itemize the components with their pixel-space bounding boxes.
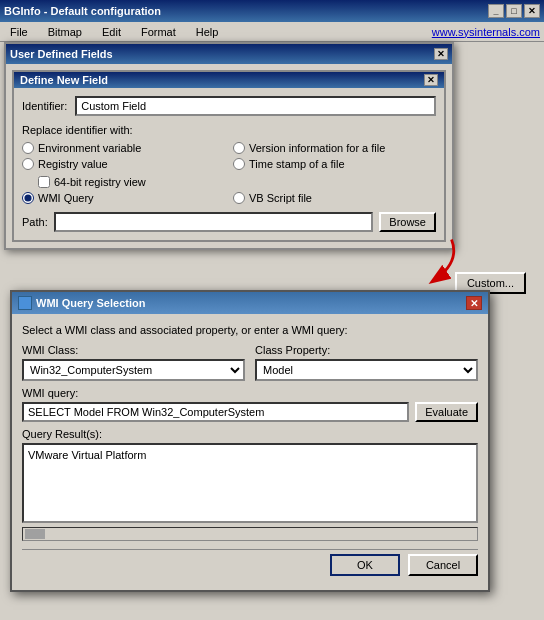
radio-options-grid: Environment variable Version information… [22, 142, 436, 170]
replace-label: Replace identifier with: [22, 124, 436, 136]
radio-reg-input[interactable] [22, 158, 34, 170]
radio-wmi-vbs-grid: WMI Query VB Script file [22, 192, 436, 204]
define-panel-content: Identifier: Replace identifier with: Env… [14, 88, 444, 240]
wmi-dialog-buttons: OK Cancel [22, 549, 478, 580]
main-title-bar: BGInfo - Default configuration _ □ ✕ [0, 0, 544, 22]
radio-env-input[interactable] [22, 142, 34, 154]
radio-time-input[interactable] [233, 158, 245, 170]
udf-dialog-title: User Defined Fields [10, 48, 113, 60]
udf-dialog: User Defined Fields ✕ Define New Field ✕… [4, 42, 454, 250]
radio-time-label: Time stamp of a file [249, 158, 345, 170]
wmi-horizontal-scrollbar[interactable] [22, 527, 478, 541]
hscrollbar-thumb [25, 529, 45, 539]
udf-close-button[interactable]: ✕ [434, 48, 448, 60]
radio-vbs-label: VB Script file [249, 192, 312, 204]
radio-ver-label: Version information for a file [249, 142, 385, 154]
identifier-input[interactable] [75, 96, 436, 116]
wmi-class-select[interactable]: Win32_ComputerSystem [22, 359, 245, 381]
radio-reg-label: Registry value [38, 158, 108, 170]
website-link[interactable]: www.sysinternals.com [432, 26, 540, 38]
title-bar-buttons: _ □ ✕ [488, 4, 540, 18]
identifier-label: Identifier: [22, 100, 67, 112]
radio-time: Time stamp of a file [233, 158, 436, 170]
wmi-description: Select a WMI class and associated proper… [22, 324, 478, 336]
menu-edit[interactable]: Edit [96, 24, 127, 40]
path-input[interactable] [54, 212, 374, 232]
menu-bar: File Bitmap Edit Format Help www.sysinte… [0, 22, 544, 42]
radio-wmi-label: WMI Query [38, 192, 94, 204]
wmi-dialog: WMI Query Selection ✕ Select a WMI class… [10, 290, 490, 592]
main-window: BGInfo - Default configuration _ □ ✕ Fil… [0, 0, 544, 620]
wmi-query-label: WMI query: [22, 387, 478, 399]
cancel-button[interactable]: Cancel [408, 554, 478, 576]
wmi-query-row: Evaluate [22, 402, 478, 422]
evaluate-button[interactable]: Evaluate [415, 402, 478, 422]
ok-button[interactable]: OK [330, 554, 400, 576]
class-property-col: Class Property: Model [255, 344, 478, 381]
menu-file[interactable]: File [4, 24, 34, 40]
wmi-title-bar: WMI Query Selection ✕ [12, 292, 488, 314]
checkbox-64bit-input[interactable] [38, 176, 50, 188]
checkbox-64bit-label: 64-bit registry view [54, 176, 146, 188]
define-panel: Define New Field ✕ Identifier: Replace i… [12, 70, 446, 242]
query-result-value: VMware Virtual Platform [28, 449, 146, 461]
radio-wmi-input[interactable] [22, 192, 34, 204]
class-property-select[interactable]: Model [255, 359, 478, 381]
wmi-content: Select a WMI class and associated proper… [12, 314, 488, 590]
wmi-dialog-title: WMI Query Selection [36, 297, 145, 309]
wmi-title-icon [18, 296, 32, 310]
minimize-button[interactable]: _ [488, 4, 504, 18]
menu-help[interactable]: Help [190, 24, 225, 40]
menu-bitmap[interactable]: Bitmap [42, 24, 88, 40]
path-row: Path: Browse [22, 212, 436, 232]
radio-vbs: VB Script file [233, 192, 436, 204]
radio-ver: Version information for a file [233, 142, 436, 154]
udf-title-bar: User Defined Fields ✕ [6, 44, 452, 64]
radio-env-label: Environment variable [38, 142, 141, 154]
class-property-label: Class Property: [255, 344, 478, 356]
close-button[interactable]: ✕ [524, 4, 540, 18]
radio-env: Environment variable [22, 142, 225, 154]
query-result-area: VMware Virtual Platform [22, 443, 478, 523]
radio-wmi: WMI Query [22, 192, 225, 204]
define-panel-close-button[interactable]: ✕ [424, 74, 438, 86]
maximize-button[interactable]: □ [506, 4, 522, 18]
wmi-class-col: WMI Class: Win32_ComputerSystem [22, 344, 245, 381]
browse-button[interactable]: Browse [379, 212, 436, 232]
wmi-close-button[interactable]: ✕ [466, 296, 482, 310]
main-window-title: BGInfo - Default configuration [4, 5, 161, 17]
query-result-label: Query Result(s): [22, 428, 478, 440]
identifier-row: Identifier: [22, 96, 436, 116]
menu-format[interactable]: Format [135, 24, 182, 40]
define-panel-title-bar: Define New Field ✕ [14, 72, 444, 88]
wmi-class-label: WMI Class: [22, 344, 245, 356]
wmi-query-input[interactable] [22, 402, 409, 422]
radio-reg: Registry value [22, 158, 225, 170]
wmi-class-row: WMI Class: Win32_ComputerSystem Class Pr… [22, 344, 478, 381]
path-label: Path: [22, 216, 48, 228]
radio-vbs-input[interactable] [233, 192, 245, 204]
define-panel-title-text: Define New Field [20, 74, 108, 86]
checkbox-64bit-row: 64-bit registry view [38, 176, 436, 188]
radio-ver-input[interactable] [233, 142, 245, 154]
wmi-title-left: WMI Query Selection [18, 296, 145, 310]
